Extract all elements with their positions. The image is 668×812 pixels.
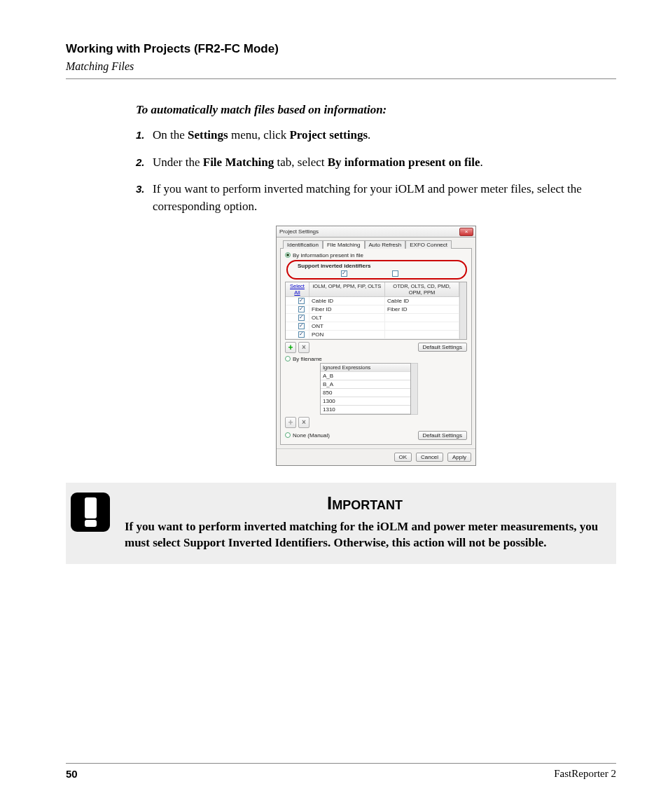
exclamation-icon [71, 493, 110, 532]
grid-header-select[interactable]: SelectAll [286, 282, 309, 297]
header-divider [66, 78, 616, 79]
step-bold: Settings [188, 128, 228, 142]
step-number: 1. [136, 127, 153, 144]
step-text: . [480, 156, 483, 169]
inverted-checkbox-left[interactable] [341, 270, 347, 277]
table-row: Cable IDCable ID [286, 297, 459, 305]
step-text: . [368, 128, 370, 142]
important-title: Important [125, 493, 605, 514]
page-number: 50 [66, 768, 78, 780]
step-bold: File Matching [203, 156, 274, 169]
step-1: 1. On the Settings menu, click Project s… [136, 127, 616, 144]
step-text: tab, select [274, 156, 327, 169]
grid-header-col2: OTDR, OLTS, CD, PMD, OPM, PPM [385, 282, 459, 297]
project-settings-dialog: Project Settings × Identification File M… [276, 226, 476, 466]
row-checkbox[interactable] [298, 306, 305, 312]
tab-file-matching[interactable]: File Matching [323, 240, 365, 249]
procedure-heading: To automatically match files based on in… [136, 103, 616, 117]
callout-highlight: Support inverted identifiers [286, 260, 467, 280]
page-footer: 50 FastReporter 2 [66, 763, 616, 780]
step-text: menu, click [228, 128, 290, 142]
row-checkbox[interactable] [298, 315, 305, 321]
important-note: Important If you want to perform inverte… [66, 483, 616, 565]
tab-auto-refresh[interactable]: Auto Refresh [365, 240, 406, 249]
inverted-identifiers-label: Support inverted identifiers [291, 263, 463, 269]
add-button[interactable]: + [285, 342, 296, 353]
row-checkbox[interactable] [298, 323, 305, 329]
step-text: If you want to perform inverted matching… [153, 181, 616, 215]
table-row: PON [286, 331, 459, 339]
table-row: OLT [286, 314, 459, 322]
product-name: FastReporter 2 [554, 768, 616, 780]
list-item: 850 [321, 389, 410, 397]
tab-identification[interactable]: Identification [283, 240, 323, 249]
step-text: Under the [153, 156, 203, 169]
apply-button[interactable]: Apply [447, 453, 471, 462]
default-settings-button[interactable]: Default Settings [418, 343, 467, 352]
radio-by-information[interactable] [285, 252, 291, 258]
list-item: 1300 [321, 397, 410, 406]
add-button-disabled: + [285, 417, 296, 428]
default-settings-button-2[interactable]: Default Settings [418, 431, 467, 440]
section-title: Matching Files [66, 60, 616, 73]
step-bold: Project settings [289, 128, 368, 142]
radio-by-filename[interactable] [285, 356, 291, 362]
list-item: A_B [321, 372, 410, 380]
ignored-header: Ignored Expressions [321, 364, 410, 372]
remove-button[interactable]: × [298, 342, 309, 353]
radio-label: None (Manual) [293, 432, 330, 439]
radio-label: By filename [293, 356, 322, 362]
grid-header-col1: iOLM, OPM, PPM, FIP, OLTS [309, 282, 385, 297]
scrollbar[interactable] [459, 282, 466, 339]
scrollbar[interactable] [411, 363, 418, 415]
step-bold: By information present on file [328, 156, 480, 169]
inverted-checkbox-right[interactable] [392, 270, 398, 277]
ok-button[interactable]: OK [394, 453, 412, 462]
step-2: 2. Under the File Matching tab, select B… [136, 154, 616, 172]
step-3: 3. If you want to perform inverted match… [136, 181, 616, 215]
radio-none-manual[interactable] [285, 432, 291, 438]
table-row: Fiber IDFiber ID [286, 305, 459, 314]
identifiers-grid: SelectAll iOLM, OPM, PPM, FIP, OLTS OTDR… [285, 282, 467, 340]
remove-button-disabled: × [298, 417, 309, 428]
list-item: B_A [321, 380, 410, 389]
dialog-title: Project Settings [279, 228, 319, 235]
step-number: 3. [136, 181, 153, 215]
important-text: If you want to perform inverted matching… [125, 518, 605, 552]
table-row: ONT [286, 322, 459, 331]
radio-label: By information present in file [293, 252, 363, 259]
close-button[interactable]: × [459, 228, 473, 236]
list-item: 1310 [321, 406, 410, 414]
cancel-button[interactable]: Cancel [416, 453, 443, 462]
step-number: 2. [136, 154, 153, 172]
step-text: On the [153, 128, 188, 142]
chapter-title: Working with Projects (FR2-FC Mode) [66, 42, 616, 56]
tab-exfo-connect[interactable]: EXFO Connect [405, 240, 452, 249]
row-checkbox[interactable] [298, 331, 305, 338]
ignored-expressions-list: Ignored Expressions A_B B_A 850 1300 131… [320, 363, 411, 415]
row-checkbox[interactable] [298, 298, 305, 304]
